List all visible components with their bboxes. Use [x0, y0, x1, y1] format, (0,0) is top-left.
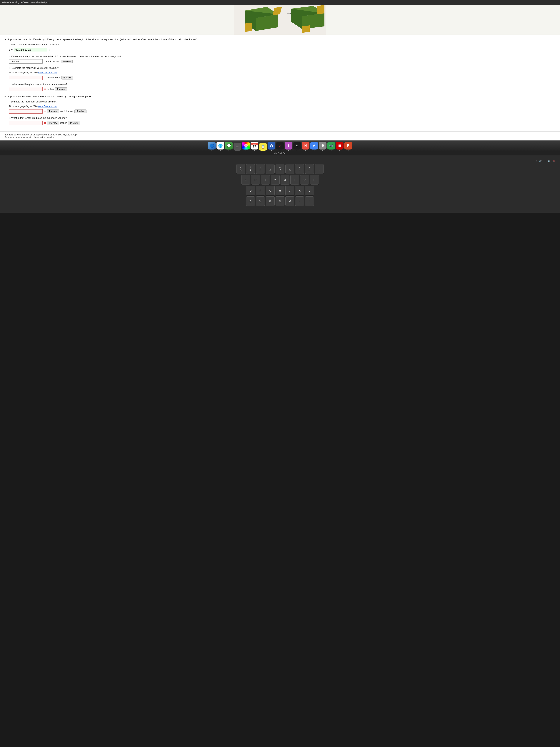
key-less[interactable]: <: [295, 197, 304, 206]
answer-input-a-i[interactable]: [14, 48, 47, 52]
answer-input-a-iii[interactable]: [9, 76, 43, 80]
dock-item-photos[interactable]: 🌸: [242, 142, 250, 151]
answer-input-b-i[interactable]: [9, 109, 43, 113]
dock-item-finder[interactable]: 🔵: [208, 142, 216, 151]
dock-item-settings[interactable]: ⚙: [319, 142, 326, 151]
key-f[interactable]: F: [256, 186, 265, 195]
key-m[interactable]: M: [285, 197, 294, 206]
translate-icon[interactable]: A: [310, 142, 318, 150]
news-icon[interactable]: N: [302, 142, 310, 150]
key-7-main: 7: [279, 169, 281, 171]
chrome-icon[interactable]: 🌐: [216, 142, 224, 150]
dock-item-more[interactable]: •••: [234, 143, 241, 151]
preview-btn-b-i-2[interactable]: Preview: [75, 109, 86, 113]
preview-btn-b-i[interactable]: Preview: [47, 109, 59, 113]
dock-item-podcasts[interactable]: 🎙: [285, 142, 292, 151]
key-p[interactable]: P: [310, 175, 319, 184]
answer-input-b-ii[interactable]: [9, 121, 43, 125]
main-content: → a. Suppose the paper is 11"-wide by 13…: [0, 5, 560, 140]
settings-icon[interactable]: ⚙: [319, 142, 326, 150]
notes-icon[interactable]: 📋: [259, 143, 267, 151]
key-h-main: H: [279, 189, 281, 192]
key-b-main: B: [269, 200, 271, 203]
podcasts-icon[interactable]: 🎙: [285, 142, 292, 150]
more-icon[interactable]: •••: [234, 143, 241, 151]
dock-item-translate[interactable]: A: [310, 142, 318, 151]
key-v[interactable]: V: [256, 197, 265, 206]
key-e[interactable]: E: [241, 175, 250, 184]
desmos-link-a-iii[interactable]: www.Desmos.com: [38, 71, 57, 74]
key-l[interactable]: L: [305, 186, 314, 195]
key-4[interactable]: $ 4: [246, 164, 255, 174]
dock-item-powerpoint[interactable]: P: [344, 142, 352, 151]
key-8[interactable]: * 8: [285, 164, 294, 174]
key-i[interactable]: I: [290, 175, 299, 184]
key-y[interactable]: Y: [271, 175, 279, 184]
key-b[interactable]: B: [266, 197, 275, 206]
preview-btn-b-ii[interactable]: Preview: [47, 121, 59, 125]
facetime-icon[interactable]: 📹: [327, 142, 335, 150]
preview-btn-b-ii-2[interactable]: Preview: [68, 121, 80, 125]
translate-dot: [314, 150, 315, 151]
dock-item-news[interactable]: N: [302, 142, 310, 151]
preview-btn-a-ii[interactable]: Preview: [61, 60, 73, 63]
key-h[interactable]: H: [275, 186, 285, 195]
stop-icon[interactable]: ⏹: [336, 142, 344, 150]
music-icon[interactable]: ♪: [276, 142, 284, 150]
appletv-icon[interactable]: tv: [293, 142, 301, 150]
word-icon[interactable]: W: [268, 142, 275, 150]
key-8-top: *: [289, 166, 290, 169]
key-t[interactable]: T: [261, 175, 270, 184]
key-u[interactable]: U: [281, 175, 289, 184]
sub-a-iv-label: iv. What cutout length produces the maxi…: [9, 82, 556, 86]
facetime-dot: [331, 150, 331, 151]
preview-btn-a-iv[interactable]: Preview: [55, 87, 67, 91]
dock-item-notes[interactable]: 📋: [259, 143, 267, 151]
word-dot: [271, 150, 272, 151]
key-3[interactable]: # 3: [236, 164, 245, 174]
key-d[interactable]: D: [246, 186, 255, 195]
key-o[interactable]: O: [300, 175, 309, 184]
dock-item-facetime[interactable]: 📹: [327, 142, 335, 151]
key-c[interactable]: C: [246, 197, 255, 206]
dock-item-appletv[interactable]: tv: [293, 142, 301, 151]
keyboard-row-home: D F G H J K L: [2, 186, 558, 195]
key-7[interactable]: & 7: [275, 164, 285, 174]
key-o-main: O: [303, 178, 306, 181]
finder-icon[interactable]: 🔵: [208, 142, 216, 150]
calendar-icon[interactable]: OCT 27: [250, 142, 258, 150]
key-greater[interactable]: >: [305, 197, 314, 206]
dock-item-music[interactable]: ♪: [276, 142, 284, 151]
key-g-main: G: [269, 189, 271, 192]
dock-item-chrome[interactable]: 🌐: [216, 142, 224, 151]
dock-item-word[interactable]: W: [268, 142, 275, 151]
photos-icon[interactable]: 🌸: [242, 142, 250, 150]
dock-bar: 🔵 🌐 💬 ••• 🌸 OCT 27 📋 W ♪: [0, 140, 560, 151]
key-d-main: D: [250, 189, 252, 192]
dock-item-messages[interactable]: 💬: [225, 142, 233, 151]
dock-item-stop[interactable]: ⏹: [336, 142, 344, 151]
key-6-top: ^: [270, 166, 271, 169]
key-minus[interactable]: _ -: [315, 164, 324, 174]
answer-input-a-ii[interactable]: [9, 59, 43, 63]
key-9[interactable]: ( 9: [295, 164, 304, 174]
powerpoint-icon[interactable]: P: [344, 142, 352, 150]
key-j[interactable]: J: [285, 186, 294, 195]
dock-item-calendar[interactable]: OCT 27: [250, 142, 258, 151]
key-k[interactable]: K: [295, 186, 304, 195]
calendar-day: 27: [253, 145, 256, 148]
unit-a-iv: inches: [47, 87, 54, 91]
key-n[interactable]: N: [275, 197, 285, 206]
desmos-link-b-i[interactable]: www.Desmos.com: [38, 105, 57, 108]
unit-a-iii: cubic inches: [47, 76, 60, 79]
answer-input-a-iv[interactable]: [9, 87, 43, 91]
key-6[interactable]: ^ 6: [266, 164, 275, 174]
key-r[interactable]: R: [251, 175, 260, 184]
key-k-main: K: [299, 189, 300, 192]
messages-icon[interactable]: 💬: [225, 142, 233, 150]
key-0[interactable]: ) 0: [305, 164, 314, 174]
key-5[interactable]: % 5: [256, 164, 265, 174]
preview-btn-a-iii[interactable]: Preview: [61, 76, 74, 79]
answer-row-a-ii: ↑ cubic inches Preview: [9, 59, 556, 63]
key-g[interactable]: G: [266, 186, 275, 195]
